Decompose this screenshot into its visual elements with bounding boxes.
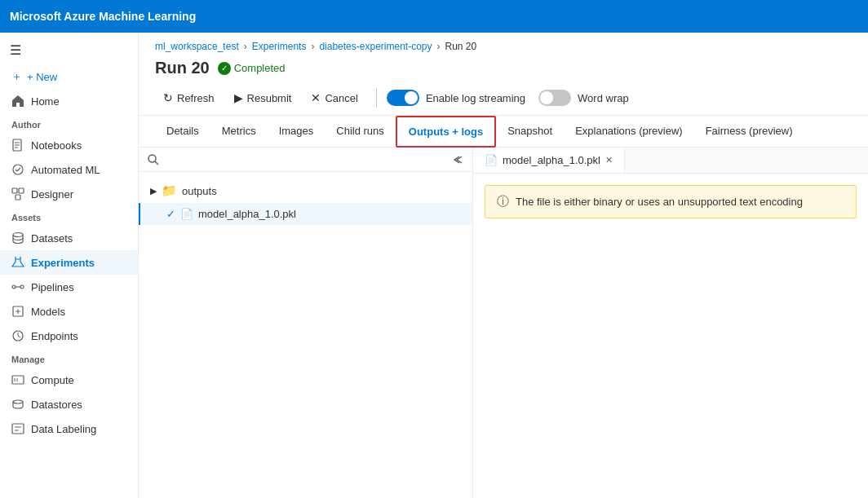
tab-images[interactable]: Images xyxy=(268,117,326,147)
log-streaming-toggle-group: Enable log streaming xyxy=(387,90,525,106)
folder-name: outputs xyxy=(182,185,217,197)
sidebar-item-datasets[interactable]: Datasets xyxy=(0,226,138,250)
svg-point-20 xyxy=(148,155,156,162)
topbar-logo: Microsoft Azure Machine Learning xyxy=(10,10,196,23)
toggle-knob-2 xyxy=(540,91,553,104)
explorer-search-button[interactable] xyxy=(147,152,160,166)
file-type-icon: 📄 xyxy=(180,208,193,220)
designer-icon xyxy=(11,187,24,201)
file-check-icon: ✓ xyxy=(166,208,175,220)
manage-section-label: Manage xyxy=(0,348,138,368)
content-area: ▶ 📁 outputs ✓ 📄 model_alpha_1.0.pkl 📄 xyxy=(139,148,868,498)
collapse-panel-button[interactable] xyxy=(451,152,464,166)
sidebar-item-automated-ml[interactable]: Automated ML xyxy=(0,157,138,182)
resubmit-button[interactable]: ▶ Resubmit xyxy=(226,87,300,108)
toggle-knob xyxy=(405,91,418,104)
page-title: Run 20 xyxy=(155,59,210,77)
tab-explanations[interactable]: Explanations (preview) xyxy=(564,117,694,147)
main-content: ml_workspace_test › Experiments › diabet… xyxy=(139,33,868,498)
svg-point-11 xyxy=(20,285,24,289)
hamburger-button[interactable]: ☰ xyxy=(0,36,138,64)
sidebar-item-data-labeling[interactable]: Data Labeling xyxy=(0,416,138,441)
svg-rect-6 xyxy=(19,188,24,193)
assets-section-label: Assets xyxy=(0,206,138,226)
file-content: ⓘ The file is either binary or uses an u… xyxy=(473,174,868,498)
sidebar: ☰ ＋ + New Home Author Notebooks Automate… xyxy=(0,33,139,498)
sidebar-item-endpoints[interactable]: Endpoints xyxy=(0,324,138,348)
svg-point-8 xyxy=(13,233,23,237)
svg-line-21 xyxy=(155,161,158,165)
file-viewer: 📄 model_alpha_1.0.pkl ✕ ⓘ The file is ei… xyxy=(473,148,868,498)
tab-outputs-logs[interactable]: Outputs + logs xyxy=(396,116,496,148)
page-header: Run 20 ✓ Completed xyxy=(139,55,868,84)
word-wrap-toggle[interactable] xyxy=(538,90,571,106)
svg-point-10 xyxy=(12,285,16,289)
folder-outputs[interactable]: ▶ 📁 outputs xyxy=(139,178,472,203)
warning-message: The file is either binary or uses an uns… xyxy=(516,196,803,208)
sidebar-item-models[interactable]: Models xyxy=(0,299,138,324)
tab-details[interactable]: Details xyxy=(155,117,210,147)
pipelines-icon xyxy=(11,280,24,293)
file-tab-open[interactable]: 📄 model_alpha_1.0.pkl ✕ xyxy=(473,148,625,173)
sidebar-item-home[interactable]: Home xyxy=(0,89,138,113)
svg-point-18 xyxy=(13,400,23,403)
resubmit-icon: ▶ xyxy=(234,91,243,104)
sidebar-item-experiments[interactable]: Experiments xyxy=(0,250,138,275)
data-labeling-icon xyxy=(11,422,24,435)
word-wrap-label: Word wrap xyxy=(578,92,629,104)
warning-info-icon: ⓘ xyxy=(497,194,509,209)
models-icon xyxy=(11,305,24,318)
sidebar-item-pipelines[interactable]: Pipelines xyxy=(0,275,138,299)
toolbar: ↻ Refresh ▶ Resubmit ✕ Cancel Enable log… xyxy=(139,84,868,116)
svg-rect-5 xyxy=(12,188,17,193)
notebooks-icon xyxy=(11,139,24,152)
file-tab-name: model_alpha_1.0.pkl xyxy=(503,154,600,166)
status-label: Completed xyxy=(234,62,286,74)
breadcrumb-experiment[interactable]: diabetes-experiment-copy xyxy=(319,41,432,52)
folder-arrow-icon: ▶ xyxy=(150,186,157,196)
file-model-pkl[interactable]: ✓ 📄 model_alpha_1.0.pkl xyxy=(139,203,472,225)
file-name: model_alpha_1.0.pkl xyxy=(198,208,296,220)
tab-fairness[interactable]: Fairness (preview) xyxy=(694,117,804,147)
file-tab-close-button[interactable]: ✕ xyxy=(605,155,613,165)
log-streaming-label: Enable log streaming xyxy=(426,92,525,104)
sidebar-item-notebooks[interactable]: Notebooks xyxy=(0,133,138,157)
home-icon xyxy=(11,95,24,108)
svg-rect-19 xyxy=(12,424,24,434)
breadcrumb-current: Run 20 xyxy=(445,41,477,52)
status-badge: ✓ Completed xyxy=(218,62,286,75)
explorer-toolbar xyxy=(139,148,472,172)
author-section-label: Author xyxy=(0,113,138,133)
breadcrumb-workspace[interactable]: ml_workspace_test xyxy=(155,41,239,52)
svg-rect-15 xyxy=(12,376,24,384)
status-dot: ✓ xyxy=(218,62,231,75)
tab-child-runs[interactable]: Child runs xyxy=(325,117,396,147)
word-wrap-toggle-group: Word wrap xyxy=(538,90,629,106)
sidebar-item-designer[interactable]: Designer xyxy=(0,182,138,206)
experiments-icon xyxy=(11,256,24,269)
breadcrumb: ml_workspace_test › Experiments › diabet… xyxy=(139,33,868,55)
refresh-button[interactable]: ↻ Refresh xyxy=(155,87,223,108)
file-tab-icon: 📄 xyxy=(485,154,498,166)
new-button[interactable]: ＋ + New xyxy=(0,64,138,89)
sidebar-item-datastores[interactable]: Datastores xyxy=(0,392,138,416)
tab-metrics[interactable]: Metrics xyxy=(210,117,268,147)
file-tabs: 📄 model_alpha_1.0.pkl ✕ xyxy=(473,148,868,174)
log-streaming-toggle[interactable] xyxy=(387,90,419,106)
cancel-icon: ✕ xyxy=(311,91,321,104)
topbar: Microsoft Azure Machine Learning xyxy=(0,0,868,33)
datasets-icon xyxy=(11,231,24,245)
plus-icon: ＋ xyxy=(11,69,22,84)
folder-icon: 📁 xyxy=(162,183,177,198)
automated-ml-icon xyxy=(11,163,24,176)
datastores-icon xyxy=(11,398,24,411)
file-tree: ▶ 📁 outputs ✓ 📄 model_alpha_1.0.pkl xyxy=(139,172,472,231)
tabs-bar: Details Metrics Images Child runs Output… xyxy=(139,116,868,148)
sidebar-item-compute[interactable]: Compute xyxy=(0,368,138,392)
breadcrumb-experiments[interactable]: Experiments xyxy=(252,41,307,52)
endpoints-icon xyxy=(11,329,24,342)
cancel-button[interactable]: ✕ Cancel xyxy=(303,87,365,108)
svg-point-4 xyxy=(13,165,23,174)
svg-rect-7 xyxy=(16,195,20,200)
tab-snapshot[interactable]: Snapshot xyxy=(496,117,564,147)
